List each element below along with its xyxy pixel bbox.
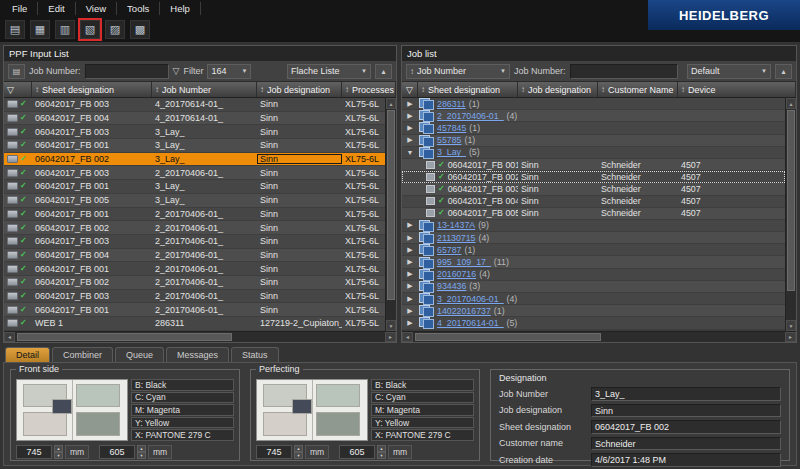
job-group-row[interactable]: ▼3_Lay_(5) <box>402 147 785 159</box>
job-link[interactable]: 55785 <box>437 135 461 145</box>
column-header-customer-name[interactable]: ↕Customer Name <box>598 82 678 97</box>
job-group-row[interactable]: ▶4_20170614-01_(5) <box>402 317 785 329</box>
table-row[interactable]: ✓06042017_FB 0042_20170406-01_SinnXL75-6… <box>4 249 385 263</box>
step-up-icon[interactable]: ▲ <box>54 445 63 452</box>
job-group-row[interactable]: ▶2_20170406-01_(4) <box>402 110 785 122</box>
step-up-icon[interactable]: ▲ <box>377 445 386 452</box>
column-header-job-designation[interactable]: ↕Job designation <box>518 82 598 97</box>
job-group-row[interactable]: ▶13-1437A(9) <box>402 220 785 232</box>
step-down-icon[interactable]: ▼ <box>377 452 386 459</box>
scroll-up-button[interactable]: ▲ <box>786 98 796 109</box>
scroll-right-button[interactable]: ► <box>385 332 396 342</box>
job-group-row[interactable]: ▶286311(1) <box>402 98 785 110</box>
tab-detail[interactable]: Detail <box>5 347 50 362</box>
job-group-row[interactable]: ▶3_20170406-01_(4) <box>402 293 785 305</box>
job-horizontal-scrollbar[interactable]: ◄ ► <box>402 331 796 342</box>
table-row[interactable]: ✓06042017_FB 0032_20170406-01_SinnXL75-6… <box>4 235 385 249</box>
expand-arrow-icon[interactable]: ▶ <box>404 246 416 254</box>
scrollbar-thumb[interactable] <box>787 110 795 291</box>
job-group-row[interactable]: ▶934436(3) <box>402 281 785 293</box>
expand-arrow-icon[interactable]: ▶ <box>404 295 416 303</box>
expand-arrow-icon[interactable]: ▶ <box>404 136 416 144</box>
table-row[interactable]: ✓06042017_FB 0022_20170406-01_SinnXL75-6… <box>4 276 385 290</box>
width-stepper[interactable]: ▲▼ <box>54 445 63 459</box>
job-list-icon[interactable]: ▤ <box>5 20 25 39</box>
field-value[interactable]: Sinn <box>591 404 781 418</box>
width-input[interactable]: 745 <box>16 445 52 459</box>
job-link[interactable]: 4_20170614-01_ <box>437 318 504 328</box>
job-link[interactable]: 934436 <box>437 281 466 291</box>
menu-item-edit[interactable]: Edit <box>38 2 75 15</box>
scroll-up-button[interactable]: ▲ <box>386 98 396 109</box>
table-row[interactable]: ✓06042017_FB 0013_Lay_SinnXL75-6L <box>4 139 385 153</box>
expand-arrow-icon[interactable]: ▶ <box>404 307 416 315</box>
job-vertical-scrollbar[interactable]: ▲ ▼ <box>785 98 796 331</box>
table-row[interactable]: ✓WEB 1286311127219-2_Cupiaton_S&R_X...XL… <box>4 317 385 331</box>
table-row[interactable]: ✓06042017_FB 0034_20170614-01_SinnXL75-6… <box>4 98 385 112</box>
job-link[interactable]: 14022016737 <box>437 306 491 316</box>
job-link[interactable]: 2_20170406-01_ <box>437 111 504 121</box>
height-input[interactable]: 605 <box>99 445 135 459</box>
scrollbar-track[interactable] <box>786 109 796 320</box>
tab-queue[interactable]: Queue <box>115 347 164 362</box>
table-row[interactable]: ✓06042017_FB 0032_20170406-01_SinnXL75-6… <box>4 290 385 304</box>
table-row[interactable]: ✓06042017_FB 0012_20170406-01_SinnXL75-6… <box>4 303 385 317</box>
scroll-down-button[interactable]: ▼ <box>786 320 796 331</box>
job-link[interactable]: 13-1437A <box>437 220 475 230</box>
filter-count-dropdown[interactable]: 164 ▼ <box>207 64 251 79</box>
menu-item-view[interactable]: View <box>76 2 117 15</box>
table-row[interactable]: ✓06042017_FB 0012_20170406-01_SinnXL75-6… <box>4 262 385 276</box>
collapse-panel-button[interactable]: ▴ <box>775 64 792 79</box>
field-value[interactable]: Schneider <box>591 437 781 451</box>
tab-messages[interactable]: Messages <box>166 347 229 362</box>
table-row[interactable]: ✓06042017_FB 0053_Lay_SinnXL75-6L <box>4 194 385 208</box>
field-value[interactable]: 4/6/2017 1:48 PM <box>591 453 781 467</box>
scroll-right-button[interactable]: ► <box>785 332 796 342</box>
job-group-row[interactable]: ▶14022016737(1) <box>402 305 785 317</box>
queue-icon[interactable]: ▥ <box>55 20 75 39</box>
step-down-icon[interactable]: ▼ <box>294 452 303 459</box>
job-link[interactable]: 20160716 <box>437 269 476 279</box>
column-header-sheet-designation[interactable]: ↕Sheet designation <box>418 82 518 97</box>
step-down-icon[interactable]: ▼ <box>137 452 146 459</box>
job-number-input[interactable] <box>85 64 169 79</box>
table-row[interactable]: ✓06042017_FB 0044_20170614-01_SinnXL75-6… <box>4 112 385 126</box>
menu-item-file[interactable]: File <box>2 2 38 15</box>
job-sheet-row[interactable]: ✓06042017_FB 005SinnSchneider4507 <box>402 208 785 220</box>
scrollbar-thumb[interactable] <box>17 333 232 341</box>
ppf-vertical-scrollbar[interactable]: ▲ ▼ <box>385 98 396 331</box>
scroll-left-button[interactable]: ◄ <box>402 332 413 342</box>
scrollbar-thumb[interactable] <box>387 110 395 300</box>
report-icon[interactable]: ▨ <box>105 20 125 39</box>
tab-combiner[interactable]: Combiner <box>52 347 113 362</box>
tab-status[interactable]: Status <box>231 347 279 362</box>
collapse-arrow-icon[interactable]: ▼ <box>404 149 416 156</box>
job-sheet-row[interactable]: ✓06042017_FB 003SinnSchneider4507 <box>402 183 785 195</box>
job-number-input-right[interactable] <box>570 64 678 79</box>
job-group-row[interactable]: ▶21130715(4) <box>402 232 785 244</box>
column-header-job-number[interactable]: ↕Job Number <box>152 82 257 97</box>
column-header-job-designation[interactable]: ↕Job designation <box>257 82 342 97</box>
field-value[interactable]: 06042017_FB 002 <box>591 420 781 434</box>
view-preset-dropdown[interactable]: Default ▼ <box>687 64 771 79</box>
width-input[interactable]: 745 <box>256 445 292 459</box>
scrollbar-track[interactable] <box>386 109 396 320</box>
table-row[interactable]: ✓06042017_FB 0013_Lay_SinnXL75-6L <box>4 180 385 194</box>
column-header-sheet-designation[interactable]: ↕Sheet designation <box>32 82 152 97</box>
expand-arrow-icon[interactable]: ▶ <box>404 100 416 108</box>
collapse-panel-button[interactable]: ▴ <box>375 64 392 79</box>
scroll-down-button[interactable]: ▼ <box>386 320 396 331</box>
expand-arrow-icon[interactable]: ▶ <box>404 258 416 266</box>
column-header-device[interactable]: ↕Device <box>678 82 796 97</box>
menu-item-tools[interactable]: Tools <box>117 2 160 15</box>
column-filter-icon[interactable]: ▽ <box>4 82 32 97</box>
list-mode-dropdown[interactable]: Flache Liste ▼ <box>287 64 371 79</box>
scrollbar-thumb[interactable] <box>415 333 601 341</box>
job-group-row[interactable]: ▶65787(1) <box>402 244 785 256</box>
step-down-icon[interactable]: ▼ <box>54 452 63 459</box>
expand-arrow-icon[interactable]: ▶ <box>404 234 416 242</box>
expand-arrow-icon[interactable]: ▶ <box>404 282 416 290</box>
expand-arrow-icon[interactable]: ▶ <box>404 124 416 132</box>
job-link[interactable]: 995_109_17_ <box>437 257 491 267</box>
sheet-view-icon[interactable]: ▦ <box>30 20 50 39</box>
